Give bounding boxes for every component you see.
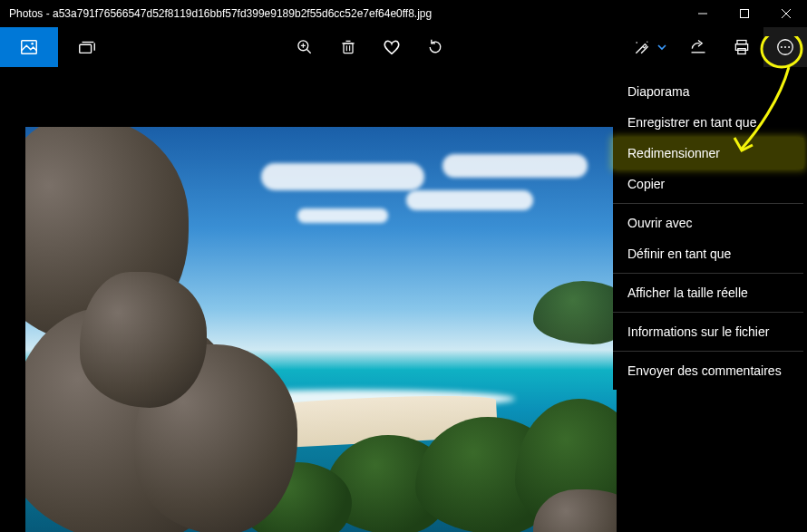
svg-rect-6 <box>80 44 92 53</box>
tab-view[interactable] <box>0 27 58 67</box>
svg-rect-13 <box>344 44 353 53</box>
tab-collection[interactable] <box>58 27 116 67</box>
trash-icon <box>339 38 357 56</box>
menu-divider <box>613 203 803 204</box>
favorite-button[interactable] <box>370 27 413 67</box>
print-icon <box>733 38 751 56</box>
collection-icon <box>77 37 97 57</box>
close-button[interactable] <box>765 0 807 27</box>
photo[interactable] <box>25 127 617 532</box>
zoom-button[interactable] <box>283 27 326 67</box>
menu-divider <box>613 351 803 352</box>
svg-point-20 <box>636 42 637 44</box>
menu-divider <box>613 273 803 274</box>
menu-item-open-with[interactable]: Ouvrir avec <box>613 208 803 238</box>
svg-rect-25 <box>738 49 745 54</box>
delete-button[interactable] <box>326 27 370 67</box>
menu-item-resize[interactable]: Redimensionner <box>613 138 803 169</box>
toolbar <box>0 27 807 67</box>
print-button[interactable] <box>720 27 763 67</box>
svg-point-27 <box>781 46 783 48</box>
menu-item-actual-size[interactable]: Afficher la taille réelle <box>613 277 803 308</box>
rotate-button[interactable] <box>413 27 457 67</box>
minimize-button[interactable] <box>682 0 724 27</box>
title-bar: Photos - a53a791f76566547d52f8119d16bbf5… <box>0 0 807 27</box>
svg-line-10 <box>307 50 311 53</box>
menu-item-feedback[interactable]: Envoyer des commentaires <box>613 355 803 386</box>
edit-icon <box>633 38 651 56</box>
heart-icon <box>382 37 402 57</box>
more-menu: Diaporama Enregistrer en tant que Redime… <box>613 73 803 390</box>
chevron-down-icon <box>656 42 667 53</box>
window-title: Photos - a53a791f76566547d52f8119d16bbf5… <box>0 7 682 20</box>
zoom-in-icon <box>296 38 314 56</box>
menu-item-file-info[interactable]: Informations sur le fichier <box>613 316 803 347</box>
svg-point-28 <box>784 46 786 48</box>
rotate-icon <box>426 38 444 56</box>
window-controls <box>682 0 807 27</box>
more-icon <box>775 37 795 57</box>
share-button[interactable] <box>676 27 720 67</box>
svg-point-21 <box>647 42 647 43</box>
svg-rect-1 <box>741 10 749 18</box>
menu-item-save-as[interactable]: Enregistrer en tant que <box>613 107 803 138</box>
maximize-button[interactable] <box>724 0 765 27</box>
svg-point-5 <box>31 43 34 45</box>
menu-item-set-as[interactable]: Définir en tant que <box>613 238 803 269</box>
svg-point-29 <box>788 46 790 48</box>
more-button[interactable] <box>763 27 807 67</box>
menu-divider <box>613 312 803 313</box>
share-icon <box>689 38 707 56</box>
image-icon <box>19 37 39 57</box>
menu-item-diaporama[interactable]: Diaporama <box>613 76 803 107</box>
menu-item-copy[interactable]: Copier <box>613 169 803 199</box>
edit-create-button[interactable] <box>624 27 676 67</box>
